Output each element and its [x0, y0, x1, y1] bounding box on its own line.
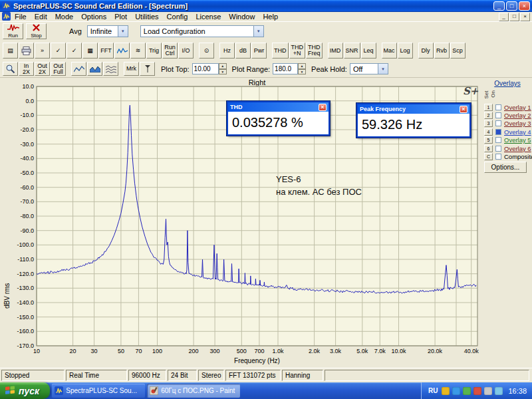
accept-left-button[interactable]: ✓	[51, 43, 66, 59]
spinner-down-icon[interactable]: ▼	[298, 69, 306, 75]
overlay-6-link[interactable]: Overlay 6	[504, 145, 531, 152]
overlay-1-set-button[interactable]: 1	[484, 104, 493, 111]
overlay-2-link[interactable]: Overlay 2	[504, 112, 531, 119]
plot-top-spinner[interactable]: ▲ ▼	[219, 63, 227, 74]
overlay-2-on-checkbox[interactable]	[495, 112, 501, 118]
chevron-down-icon[interactable]: ▼	[253, 26, 263, 37]
plot-waterfall-mode-button[interactable]	[103, 62, 118, 76]
thd-n-button[interactable]: THD +N	[289, 43, 306, 59]
language-indicator[interactable]: RU	[428, 387, 438, 394]
messenger-icon[interactable]	[484, 387, 492, 395]
close-button[interactable]: ×	[519, 1, 530, 11]
update-icon[interactable]	[473, 387, 481, 395]
overlay-6-set-button[interactable]: 6	[484, 145, 493, 152]
overlay-5-on-checkbox[interactable]	[495, 137, 501, 143]
minimize-button[interactable]: _	[493, 1, 505, 11]
peak-hold-select[interactable]: Off ▼	[350, 63, 388, 74]
leq-button[interactable]: Leq	[361, 43, 376, 59]
smoothing-button[interactable]: ≋	[130, 43, 146, 59]
overlay-3-set-button[interactable]: 3	[484, 120, 493, 127]
overlay-4-on-checkbox[interactable]	[495, 129, 501, 135]
units-pwr-button[interactable]: Pwr	[251, 43, 267, 59]
delay-button[interactable]: Dly	[418, 43, 434, 59]
overlay-4-set-button[interactable]: 4	[484, 128, 493, 136]
overlay-C-set-button[interactable]: C	[484, 153, 493, 160]
overlay-6-on-checkbox[interactable]	[495, 146, 501, 152]
mdi-minimize-button[interactable]: _	[499, 13, 509, 21]
peak-frequency-window[interactable]: Peak Frequency × 59.326 Hz	[356, 103, 471, 138]
menu-window[interactable]: Window	[225, 12, 259, 21]
close-icon[interactable]: ×	[460, 106, 467, 113]
overlay-3-on-checkbox[interactable]	[495, 120, 501, 126]
overlays-header-link[interactable]: Overlays	[483, 80, 532, 87]
display-icon[interactable]	[495, 387, 503, 395]
trigger-button[interactable]: Trig	[146, 43, 162, 59]
menu-file[interactable]: File	[11, 12, 31, 21]
overlay-3-link[interactable]: Overlay 3	[504, 120, 531, 127]
imd-button[interactable]: IMD	[328, 43, 343, 59]
spinner-down-icon[interactable]: ▼	[219, 69, 227, 75]
menu-utilities[interactable]: Utilities	[131, 12, 162, 21]
units-db-button[interactable]: dB	[235, 43, 251, 59]
menu-mode[interactable]: Mode	[51, 12, 78, 21]
zoom-in-2x-button[interactable]: In 2X	[19, 62, 34, 76]
thd-window-titlebar[interactable]: THD ×	[228, 102, 329, 112]
time-series-button[interactable]	[114, 43, 130, 59]
spinner-up-icon[interactable]: ▲	[219, 63, 227, 69]
overlay-1-on-checkbox[interactable]	[495, 104, 501, 110]
menu-plot[interactable]: Plot	[110, 12, 131, 21]
run-button[interactable]: Run	[3, 23, 23, 39]
cursor-marker-button[interactable]	[140, 62, 155, 76]
bargraph-button[interactable]: ▦	[82, 43, 98, 59]
fft-settings-button[interactable]: FFT	[98, 43, 114, 59]
menu-license[interactable]: License	[192, 12, 225, 21]
mdi-close-button[interactable]: ×	[520, 13, 530, 21]
io-device-button[interactable]: I/O	[178, 43, 194, 59]
peak-frequency-titlebar[interactable]: Peak Frequency ×	[358, 104, 469, 114]
thd-button[interactable]: THD	[272, 43, 289, 59]
configuration-select[interactable]: Load Configuration ▼	[140, 25, 264, 37]
zoom-button[interactable]	[3, 62, 18, 76]
signal-generator-button[interactable]: ⊙	[199, 43, 214, 59]
overlay-C-link[interactable]: Composite	[504, 153, 532, 160]
chevron-down-icon[interactable]: ▼	[378, 64, 388, 74]
run-control-button[interactable]: Run Ctrl	[162, 43, 178, 59]
overlay-5-link[interactable]: Overlay 5	[504, 136, 531, 144]
spinner-up-icon[interactable]: ▲	[298, 63, 306, 69]
plot-fill-mode-button[interactable]	[87, 62, 102, 76]
close-icon[interactable]: ×	[319, 104, 327, 111]
marker-button[interactable]: Mrk	[124, 62, 139, 76]
overlay-2-set-button[interactable]: 2	[484, 112, 493, 119]
logging-button[interactable]: Log	[398, 43, 413, 59]
start-button[interactable]: пуск	[0, 382, 50, 399]
menu-edit[interactable]: Edit	[31, 12, 51, 21]
plot-top-field[interactable]: 10.00	[192, 63, 219, 74]
overlay-C-on-checkbox[interactable]	[495, 154, 501, 160]
plot-range-spinner[interactable]: ▲ ▼	[298, 63, 306, 74]
scope-button[interactable]: Scp	[450, 43, 466, 59]
macro-button[interactable]: Mac	[382, 43, 397, 59]
plot-range-field[interactable]: 180.0	[273, 63, 298, 74]
reverb-button[interactable]: Rvb	[434, 43, 450, 59]
mdi-restore-button[interactable]: □	[509, 13, 519, 21]
replay-button[interactable]: »	[35, 43, 50, 59]
thd-freq-button[interactable]: THD Freq	[306, 43, 323, 59]
menu-options[interactable]: Options	[77, 12, 110, 21]
taskbar-item-2[interactable]: 60Гц с ПОС.PNG - Paint	[147, 384, 240, 398]
menu-help[interactable]: Help	[259, 12, 282, 21]
overlay-options-button[interactable]: Options...	[484, 162, 527, 173]
accept-right-button[interactable]: ✓	[66, 43, 82, 59]
overlay-4-link[interactable]: Overlay 4	[504, 128, 531, 136]
thd-window[interactable]: THD × 0.035278 %	[227, 101, 330, 136]
units-hz-button[interactable]: Hz	[219, 43, 235, 59]
snr-button[interactable]: SNR	[344, 43, 360, 59]
overlay-1-link[interactable]: Overlay 1	[504, 104, 531, 111]
menu-config[interactable]: Config	[163, 12, 192, 21]
print-button[interactable]	[19, 43, 34, 59]
zoom-out-full-button[interactable]: Out Full	[51, 62, 66, 76]
network-icon[interactable]	[452, 387, 460, 395]
plot-line-mode-button[interactable]	[71, 62, 86, 76]
chevron-down-icon[interactable]: ▼	[118, 26, 128, 37]
volume-icon[interactable]	[442, 387, 450, 395]
overlay-5-set-button[interactable]: 5	[484, 136, 493, 144]
